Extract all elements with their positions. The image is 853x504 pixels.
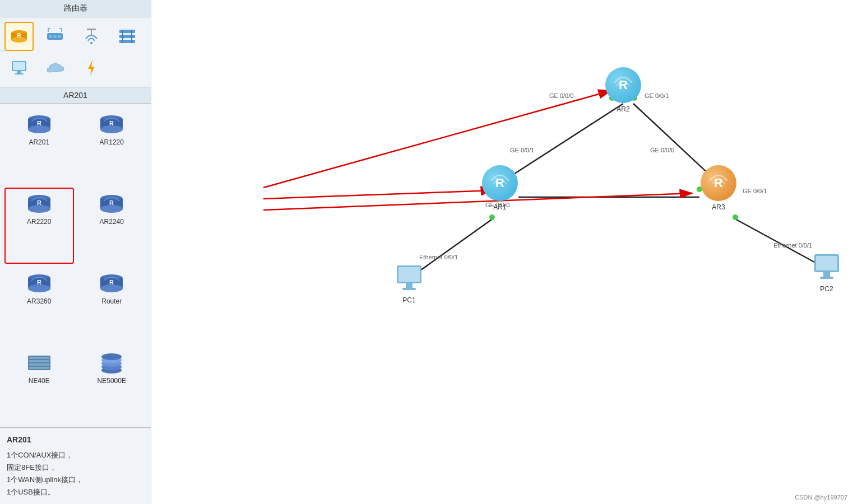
pc-toolbar-icon[interactable] — [4, 53, 34, 82]
svg-rect-11 — [119, 30, 135, 33]
svg-point-67 — [733, 214, 738, 220]
svg-text:R: R — [37, 279, 41, 286]
svg-rect-13 — [119, 40, 135, 43]
svg-rect-78 — [823, 272, 830, 277]
iface-pc1-eth: Ethernet 0/0/1 — [419, 254, 458, 260]
svg-rect-10 — [91, 30, 92, 35]
svg-text:R: R — [37, 199, 41, 206]
svg-point-27 — [100, 125, 123, 133]
svg-rect-77 — [816, 256, 837, 270]
device-item-ar2240[interactable]: R AR2240 — [77, 188, 147, 264]
wireless-toolbar-icon[interactable] — [77, 22, 106, 51]
device-item-ne40e[interactable]: NE40E — [4, 347, 74, 423]
iface-ar3-ge001: GE 0/0/1 — [743, 188, 767, 194]
iface-pc2-eth: Ethernet 0/0/1 — [773, 242, 812, 249]
firewall-toolbar-icon[interactable] — [113, 22, 142, 51]
iface-ar1-ge001: GE 0/0/1 — [510, 147, 534, 153]
iface-ar2-ge000: GE 0/0/0 — [549, 92, 573, 99]
svg-rect-49 — [29, 367, 49, 369]
svg-rect-47 — [29, 360, 49, 362]
svg-text:R: R — [109, 199, 114, 206]
device-label-ar3260: AR3260 — [27, 297, 51, 305]
svg-line-55 — [500, 104, 623, 183]
info-line3: 1个WAN侧uplink接口， — [7, 474, 144, 486]
device-item-ar1220[interactable]: R AR1220 — [77, 108, 147, 184]
svg-rect-73 — [398, 267, 420, 282]
svg-point-23 — [28, 125, 50, 133]
pc2-label: PC2 — [820, 285, 833, 293]
svg-rect-17 — [13, 62, 25, 70]
info-line4: 1个USB接口。 — [7, 486, 144, 498]
svg-line-69 — [263, 91, 611, 188]
device-item-ar3260[interactable]: R AR3260 — [4, 267, 74, 343]
sidebar-section2-title: AR201 — [0, 87, 151, 104]
svg-rect-46 — [29, 357, 49, 359]
router-ar2-name: AR2 — [616, 105, 629, 113]
svg-rect-12 — [119, 35, 135, 38]
sidebar-section1-title: 路由器 — [0, 0, 151, 17]
svg-rect-18 — [17, 71, 21, 73]
pc2-svg — [810, 252, 843, 283]
pc1-icon[interactable]: PC1 — [392, 263, 426, 304]
svg-rect-19 — [15, 73, 24, 74]
svg-rect-48 — [29, 363, 49, 366]
device-item-ar2220[interactable]: R AR2220 — [4, 188, 74, 264]
device-item-ne5000e[interactable]: NE5000E — [77, 347, 147, 423]
watermark: CSDN @hy199707 — [795, 494, 847, 501]
info-line1: 1个CON/AUX接口， — [7, 449, 144, 461]
svg-marker-20 — [88, 60, 95, 76]
svg-point-54 — [101, 353, 122, 360]
svg-point-6 — [53, 35, 57, 38]
pc1-label: PC1 — [402, 296, 415, 304]
device-label-ar201: AR201 — [29, 138, 49, 146]
power-toolbar-icon[interactable] — [77, 53, 106, 82]
cloud-toolbar-icon[interactable] — [40, 53, 69, 82]
svg-point-31 — [28, 205, 50, 213]
svg-text:R: R — [109, 279, 114, 286]
device-grid: R AR201 R AR1220 R A — [0, 104, 151, 427]
switch-toolbar-icon[interactable] — [40, 22, 69, 51]
device-label-ar2240: AR2240 — [100, 218, 124, 226]
svg-point-66 — [489, 214, 495, 220]
router-ar3-circle: R — [701, 165, 736, 201]
router-toolbar-icon[interactable]: R — [4, 22, 34, 51]
svg-line-71 — [263, 193, 692, 210]
router-ar3[interactable]: R AR3 — [701, 165, 736, 211]
pc1-svg — [392, 263, 426, 294]
svg-rect-9 — [87, 29, 96, 30]
canvas-svg — [151, 0, 853, 504]
svg-rect-75 — [402, 288, 416, 290]
svg-line-58 — [415, 218, 493, 274]
iface-ar2-ge001: GE 0/0/1 — [645, 92, 669, 99]
svg-point-43 — [100, 284, 123, 292]
svg-rect-74 — [406, 283, 412, 288]
info-line2: 固定8FE接口， — [7, 461, 144, 474]
sidebar: 路由器 R — [0, 0, 151, 504]
svg-point-7 — [58, 35, 61, 38]
svg-point-39 — [28, 284, 50, 292]
router-ar2-circle: R — [605, 67, 641, 103]
router-ar1-circle: R — [482, 165, 518, 201]
svg-text:R: R — [37, 120, 41, 127]
svg-point-5 — [49, 35, 52, 38]
svg-point-35 — [100, 205, 123, 213]
iface-ar1-ge000: GE 0/0/0 — [485, 202, 509, 208]
svg-text:R: R — [109, 120, 114, 127]
svg-point-8 — [90, 42, 92, 44]
pc2-icon[interactable]: PC2 — [810, 252, 843, 293]
device-label-ar1220: AR1220 — [100, 138, 124, 146]
main-canvas[interactable]: R AR2 R AR1 R AR3 — [151, 0, 853, 504]
device-label-ne40e: NE40E — [29, 377, 50, 385]
svg-rect-79 — [820, 277, 833, 279]
device-item-ar201[interactable]: R AR201 — [4, 108, 74, 184]
iface-ar3-ge000: GE 0/0/0 — [650, 147, 674, 153]
info-panel: AR201 1个CON/AUX接口， 固定8FE接口， 1个WAN侧uplink… — [0, 427, 151, 504]
router-ar2[interactable]: R AR2 — [605, 67, 641, 113]
svg-line-70 — [263, 190, 493, 199]
router-ar3-name: AR3 — [712, 203, 725, 211]
device-item-router[interactable]: R Router — [77, 267, 147, 343]
svg-rect-14 — [122, 30, 123, 43]
device-label-ne5000e: NE5000E — [98, 377, 126, 385]
svg-text:R: R — [17, 32, 21, 39]
device-label-ar2220: AR2220 — [27, 218, 51, 226]
